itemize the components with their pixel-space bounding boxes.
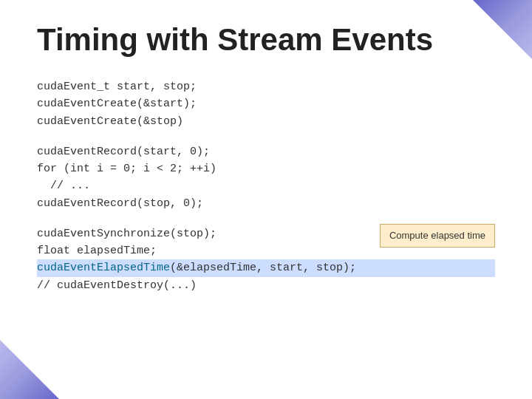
annotation-container: cudaEventSynchronize(stop); Compute elap… <box>37 225 495 242</box>
code-block: cudaEvent_t start, stop; cudaEventCreate… <box>37 78 495 294</box>
slide-content: Timing with Stream Events cudaEvent_t st… <box>0 0 532 399</box>
code-section-3: cudaEventSynchronize(stop); Compute elap… <box>37 225 495 294</box>
slide-title: Timing with Stream Events <box>37 22 495 58</box>
code-line-2-1: cudaEventRecord(start, 0); <box>37 143 495 160</box>
code-line-3-3-highlighted: cudaEventElapsedTime(&elapsedTime, start… <box>37 259 495 276</box>
code-section-1: cudaEvent_t start, stop; cudaEventCreate… <box>37 78 495 130</box>
code-section-2: cudaEventRecord(start, 0); for (int i = … <box>37 143 495 212</box>
code-line-1-3: cudaEventCreate(&stop) <box>37 113 495 130</box>
code-line-1-1: cudaEvent_t start, stop; <box>37 78 495 95</box>
code-line-2-3: // ... <box>37 177 495 194</box>
code-line-2-2: for (int i = 0; i < 2; ++i) <box>37 160 495 177</box>
annotation-text: Compute elapsed time <box>389 230 485 241</box>
code-line-3-4: // cudaEventDestroy(...) <box>37 277 495 294</box>
code-line-2-4: cudaEventRecord(stop, 0); <box>37 195 495 212</box>
code-line-1-2: cudaEventCreate(&start); <box>37 95 495 112</box>
code-line-3-1: cudaEventSynchronize(stop); <box>37 225 216 242</box>
annotation-box: Compute elapsed time <box>380 224 495 248</box>
code-function-elapsedtime: cudaEventElapsedTime <box>37 262 170 274</box>
